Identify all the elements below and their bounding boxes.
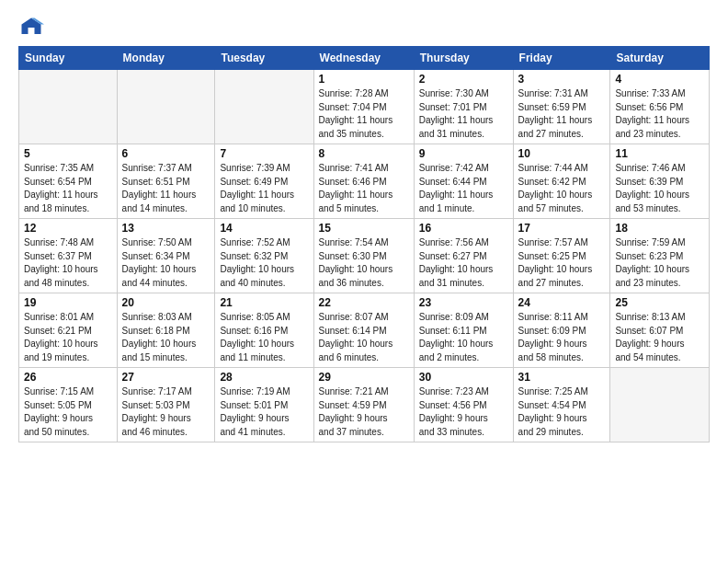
weekday-header-tuesday: Tuesday <box>215 47 313 70</box>
day-info: Sunrise: 7:48 AMSunset: 6:37 PMDaylight:… <box>24 236 112 290</box>
week-row-5: 26Sunrise: 7:15 AMSunset: 5:05 PMDayligh… <box>19 368 710 442</box>
day-number: 9 <box>419 147 508 160</box>
weekday-header-row: SundayMondayTuesdayWednesdayThursdayFrid… <box>19 47 710 70</box>
calendar-cell: 9Sunrise: 7:42 AMSunset: 6:44 PMDaylight… <box>414 144 513 219</box>
day-info: Sunrise: 7:42 AMSunset: 6:44 PMDaylight:… <box>419 162 508 215</box>
day-info: Sunrise: 8:03 AMSunset: 6:18 PMDaylight:… <box>122 311 210 364</box>
calendar-cell: 26Sunrise: 7:15 AMSunset: 5:05 PMDayligh… <box>19 368 118 442</box>
header <box>18 15 710 40</box>
day-number: 17 <box>518 222 606 235</box>
day-number: 13 <box>122 222 210 235</box>
day-info: Sunrise: 8:01 AMSunset: 6:21 PMDaylight:… <box>24 311 112 364</box>
day-number: 7 <box>220 147 308 160</box>
calendar-cell: 4Sunrise: 7:33 AMSunset: 6:56 PMDaylight… <box>610 70 710 144</box>
day-info: Sunrise: 7:28 AMSunset: 7:04 PMDaylight:… <box>319 87 409 141</box>
day-number: 8 <box>319 147 409 160</box>
day-number: 5 <box>24 147 112 160</box>
day-info: Sunrise: 7:31 AMSunset: 6:59 PMDaylight:… <box>518 87 606 141</box>
calendar-cell: 28Sunrise: 7:19 AMSunset: 5:01 PMDayligh… <box>215 368 313 442</box>
calendar-cell: 22Sunrise: 8:07 AMSunset: 6:14 PMDayligh… <box>313 293 414 368</box>
calendar-cell: 31Sunrise: 7:25 AMSunset: 4:54 PMDayligh… <box>513 368 610 442</box>
day-number: 2 <box>419 73 508 86</box>
calendar-cell: 14Sunrise: 7:52 AMSunset: 6:32 PMDayligh… <box>215 219 313 293</box>
day-info: Sunrise: 7:41 AMSunset: 6:46 PMDaylight:… <box>319 162 409 215</box>
day-number: 6 <box>122 147 210 160</box>
day-info: Sunrise: 7:33 AMSunset: 6:56 PMDaylight:… <box>615 87 704 141</box>
day-number: 14 <box>220 222 308 235</box>
day-info: Sunrise: 8:05 AMSunset: 6:16 PMDaylight:… <box>220 311 308 364</box>
day-number: 21 <box>220 296 308 309</box>
logo-icon <box>18 15 44 40</box>
calendar-cell: 10Sunrise: 7:44 AMSunset: 6:42 PMDayligh… <box>513 144 610 219</box>
day-number: 30 <box>419 371 508 384</box>
day-info: Sunrise: 7:57 AMSunset: 6:25 PMDaylight:… <box>518 236 606 290</box>
page: SundayMondayTuesdayWednesdayThursdayFrid… <box>0 0 728 563</box>
calendar-cell: 21Sunrise: 8:05 AMSunset: 6:16 PMDayligh… <box>215 293 313 368</box>
day-number: 27 <box>122 371 210 384</box>
calendar-cell: 2Sunrise: 7:30 AMSunset: 7:01 PMDaylight… <box>414 70 513 144</box>
day-info: Sunrise: 7:50 AMSunset: 6:34 PMDaylight:… <box>122 236 210 290</box>
calendar-cell: 12Sunrise: 7:48 AMSunset: 6:37 PMDayligh… <box>19 219 118 293</box>
calendar-cell: 18Sunrise: 7:59 AMSunset: 6:23 PMDayligh… <box>610 219 710 293</box>
weekday-header-friday: Friday <box>513 47 610 70</box>
calendar-cell <box>610 368 710 442</box>
day-info: Sunrise: 7:39 AMSunset: 6:49 PMDaylight:… <box>220 162 308 215</box>
day-number: 3 <box>518 73 606 86</box>
day-number: 16 <box>419 222 508 235</box>
calendar-cell: 11Sunrise: 7:46 AMSunset: 6:39 PMDayligh… <box>610 144 710 219</box>
day-info: Sunrise: 7:56 AMSunset: 6:27 PMDaylight:… <box>419 236 508 290</box>
day-info: Sunrise: 7:30 AMSunset: 7:01 PMDaylight:… <box>419 87 508 141</box>
calendar-cell: 19Sunrise: 8:01 AMSunset: 6:21 PMDayligh… <box>19 293 118 368</box>
calendar-cell: 13Sunrise: 7:50 AMSunset: 6:34 PMDayligh… <box>117 219 215 293</box>
day-info: Sunrise: 7:37 AMSunset: 6:51 PMDaylight:… <box>122 162 210 215</box>
calendar-cell: 16Sunrise: 7:56 AMSunset: 6:27 PMDayligh… <box>414 219 513 293</box>
weekday-header-monday: Monday <box>117 47 215 70</box>
day-number: 26 <box>24 371 112 384</box>
calendar-cell: 24Sunrise: 8:11 AMSunset: 6:09 PMDayligh… <box>513 293 610 368</box>
day-info: Sunrise: 7:52 AMSunset: 6:32 PMDaylight:… <box>220 236 308 290</box>
calendar-cell: 17Sunrise: 7:57 AMSunset: 6:25 PMDayligh… <box>513 219 610 293</box>
day-number: 25 <box>615 296 704 309</box>
calendar-cell: 25Sunrise: 8:13 AMSunset: 6:07 PMDayligh… <box>610 293 710 368</box>
week-row-4: 19Sunrise: 8:01 AMSunset: 6:21 PMDayligh… <box>19 293 710 368</box>
day-info: Sunrise: 7:46 AMSunset: 6:39 PMDaylight:… <box>615 162 704 215</box>
day-number: 22 <box>319 296 409 309</box>
calendar-cell: 27Sunrise: 7:17 AMSunset: 5:03 PMDayligh… <box>117 368 215 442</box>
calendar-cell: 8Sunrise: 7:41 AMSunset: 6:46 PMDaylight… <box>313 144 414 219</box>
day-info: Sunrise: 8:07 AMSunset: 6:14 PMDaylight:… <box>319 311 409 364</box>
day-info: Sunrise: 7:25 AMSunset: 4:54 PMDaylight:… <box>518 385 606 439</box>
day-info: Sunrise: 7:23 AMSunset: 4:56 PMDaylight:… <box>419 385 508 439</box>
day-number: 12 <box>24 222 112 235</box>
calendar-cell <box>117 70 215 144</box>
calendar-cell: 7Sunrise: 7:39 AMSunset: 6:49 PMDaylight… <box>215 144 313 219</box>
day-info: Sunrise: 7:59 AMSunset: 6:23 PMDaylight:… <box>615 236 704 290</box>
logo <box>18 15 48 40</box>
day-number: 23 <box>419 296 508 309</box>
calendar-cell <box>19 70 118 144</box>
weekday-header-saturday: Saturday <box>610 47 710 70</box>
day-number: 29 <box>319 371 409 384</box>
calendar-table: SundayMondayTuesdayWednesdayThursdayFrid… <box>18 46 710 442</box>
calendar-cell: 6Sunrise: 7:37 AMSunset: 6:51 PMDaylight… <box>117 144 215 219</box>
calendar-cell: 23Sunrise: 8:09 AMSunset: 6:11 PMDayligh… <box>414 293 513 368</box>
calendar-cell: 3Sunrise: 7:31 AMSunset: 6:59 PMDaylight… <box>513 70 610 144</box>
day-number: 10 <box>518 147 606 160</box>
calendar-cell: 29Sunrise: 7:21 AMSunset: 4:59 PMDayligh… <box>313 368 414 442</box>
day-number: 11 <box>615 147 704 160</box>
calendar-cell: 15Sunrise: 7:54 AMSunset: 6:30 PMDayligh… <box>313 219 414 293</box>
calendar-cell: 30Sunrise: 7:23 AMSunset: 4:56 PMDayligh… <box>414 368 513 442</box>
weekday-header-sunday: Sunday <box>19 47 118 70</box>
day-info: Sunrise: 7:54 AMSunset: 6:30 PMDaylight:… <box>319 236 409 290</box>
weekday-header-wednesday: Wednesday <box>313 47 414 70</box>
day-info: Sunrise: 8:09 AMSunset: 6:11 PMDaylight:… <box>419 311 508 364</box>
day-number: 18 <box>615 222 704 235</box>
day-info: Sunrise: 7:44 AMSunset: 6:42 PMDaylight:… <box>518 162 606 215</box>
day-info: Sunrise: 7:17 AMSunset: 5:03 PMDaylight:… <box>122 385 210 439</box>
calendar-cell <box>215 70 313 144</box>
day-number: 1 <box>319 73 409 86</box>
calendar-cell: 5Sunrise: 7:35 AMSunset: 6:54 PMDaylight… <box>19 144 118 219</box>
day-number: 28 <box>220 371 308 384</box>
day-number: 4 <box>615 73 704 86</box>
weekday-header-thursday: Thursday <box>414 47 513 70</box>
day-number: 15 <box>319 222 409 235</box>
